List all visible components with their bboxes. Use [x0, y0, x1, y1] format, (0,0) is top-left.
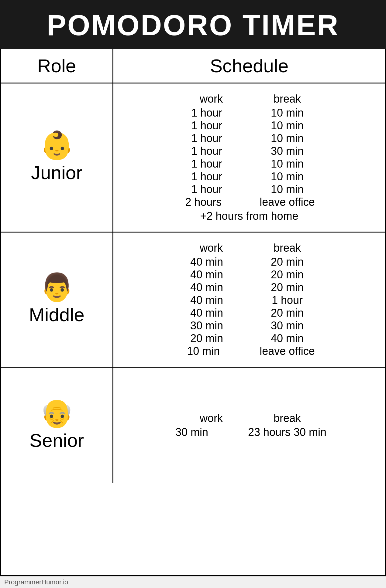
junior-row-3: 1 hour 10 min [119, 132, 379, 145]
table-row-senior: 👴 Senior work break 30 min 23 hours 30 m… [1, 368, 385, 483]
middle-row-1: 40 min 20 min [119, 256, 379, 268]
table-row-middle: 👨 Middle work break 40 min 20 min 40 min… [1, 233, 385, 368]
junior-row-7: 1 hour 10 min [119, 183, 379, 196]
middle-schedule-header: work break [119, 242, 379, 254]
middle-row-4: 40 min 1 hour [119, 294, 379, 307]
junior-break-label: break [267, 93, 307, 105]
schedule-column-label: Schedule [210, 55, 289, 76]
role-cell-middle: 👨 Middle [1, 233, 113, 367]
junior-row-6: 1 hour 10 min [119, 170, 379, 183]
senior-row-1: 30 min 23 hours 30 min [119, 426, 379, 439]
middle-emoji: 👨 [40, 274, 74, 301]
senior-emoji: 👴 [40, 399, 74, 427]
table-row-junior: 👶 Junior work break 1 hour 10 min 1 hour… [1, 83, 385, 233]
page-wrapper: POMODORO TIMER Role Schedule 👶 Junior wo… [0, 0, 386, 588]
schedule-cell-middle: work break 40 min 20 min 40 min 20 min 4… [113, 233, 385, 367]
footer-text: ProgrammerHumor.io [4, 578, 68, 586]
schedule-cell-junior: work break 1 hour 10 min 1 hour 10 min 1… [113, 83, 385, 232]
middle-row-5: 40 min 20 min [119, 307, 379, 319]
role-cell-junior: 👶 Junior [1, 83, 113, 232]
junior-work-label: work [191, 93, 231, 105]
senior-label: Senior [29, 430, 84, 451]
middle-break-label: break [267, 242, 307, 254]
role-cell-senior: 👴 Senior [1, 368, 113, 483]
senior-schedule-header: work break [119, 412, 379, 425]
junior-row-1: 1 hour 10 min [119, 107, 379, 119]
junior-row-8: 2 hours leave office [119, 196, 379, 209]
senior-work-label: work [191, 412, 231, 425]
header: POMODORO TIMER [0, 0, 386, 49]
junior-row-2: 1 hour 10 min [119, 119, 379, 132]
middle-row-8: 10 min leave office [119, 345, 379, 358]
col-role-header: Role [1, 49, 113, 83]
col-schedule-header: Schedule [113, 49, 385, 83]
footer-bar: ProgrammerHumor.io [0, 576, 386, 588]
main-table: Role Schedule 👶 Junior work break 1 hour… [0, 49, 386, 576]
schedule-cell-senior: work break 30 min 23 hours 30 min [113, 368, 385, 483]
junior-footer-note: +2 hours from home [200, 210, 298, 223]
middle-row-7: 20 min 40 min [119, 332, 379, 345]
middle-row-2: 40 min 20 min [119, 268, 379, 281]
page-title: POMODORO TIMER [6, 9, 380, 41]
middle-work-label: work [191, 242, 231, 254]
senior-break-label: break [267, 412, 307, 425]
junior-row-5: 1 hour 10 min [119, 158, 379, 170]
role-column-label: Role [37, 55, 76, 76]
junior-schedule-header: work break [119, 93, 379, 105]
table-header-row: Role Schedule [1, 49, 385, 83]
junior-row-4: 1 hour 30 min [119, 145, 379, 158]
middle-label: Middle [29, 304, 84, 325]
middle-row-3: 40 min 20 min [119, 281, 379, 294]
middle-row-6: 30 min 30 min [119, 319, 379, 332]
junior-emoji: 👶 [40, 131, 74, 159]
junior-label: Junior [31, 162, 82, 183]
